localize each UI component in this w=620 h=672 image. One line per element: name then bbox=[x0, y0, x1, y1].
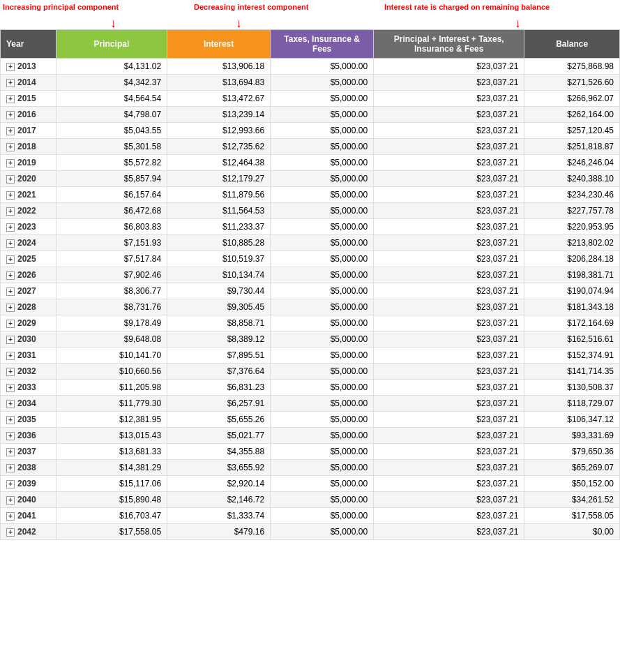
pitia-cell: $23,037.21 bbox=[374, 396, 524, 412]
pitia-cell: $23,037.21 bbox=[374, 251, 524, 267]
taxes-cell: $5,000.00 bbox=[271, 476, 374, 492]
balance-cell: $17,558.05 bbox=[524, 508, 620, 524]
table-row: +2027$8,306.77$9,730.44$5,000.00$23,037.… bbox=[1, 283, 620, 299]
year-cell: +2036 bbox=[1, 428, 56, 444]
pitia-cell: $23,037.21 bbox=[374, 476, 524, 492]
year-cell: +2035 bbox=[1, 412, 56, 428]
expand-icon[interactable]: + bbox=[6, 255, 15, 264]
table-row: +2033$11,205.98$6,831.23$5,000.00$23,037… bbox=[1, 380, 620, 396]
expand-icon[interactable]: + bbox=[6, 528, 15, 537]
year-cell: +2034 bbox=[1, 396, 56, 412]
year-cell: +2015 bbox=[1, 91, 56, 107]
expand-icon[interactable]: + bbox=[6, 143, 15, 151]
taxes-cell: $5,000.00 bbox=[271, 396, 374, 412]
table-row: +2018$5,301.58$12,735.62$5,000.00$23,037… bbox=[1, 139, 620, 155]
interest-cell: $7,376.64 bbox=[167, 364, 271, 380]
pitia-cell: $23,037.21 bbox=[374, 139, 524, 155]
expand-icon[interactable]: + bbox=[6, 127, 15, 135]
taxes-cell: $5,000.00 bbox=[271, 251, 374, 267]
interest-cell: $2,146.72 bbox=[167, 492, 271, 508]
taxes-cell: $5,000.00 bbox=[271, 364, 374, 380]
balance-cell: $0.00 bbox=[524, 524, 620, 540]
table-row: +2037$13,681.33$4,355.88$5,000.00$23,037… bbox=[1, 444, 620, 460]
table-row: +2041$16,703.47$1,333.74$5,000.00$23,037… bbox=[1, 508, 620, 524]
interest-cell: $2,920.14 bbox=[167, 476, 271, 492]
pitia-cell: $23,037.21 bbox=[374, 75, 524, 91]
taxes-cell: $5,000.00 bbox=[271, 524, 374, 540]
interest-cell: $8,858.71 bbox=[167, 315, 271, 331]
expand-icon[interactable]: + bbox=[6, 304, 15, 312]
balance-cell: $234,230.46 bbox=[524, 187, 620, 203]
expand-icon[interactable]: + bbox=[6, 175, 15, 184]
expand-icon[interactable]: + bbox=[6, 400, 15, 408]
principal-cell: $10,660.56 bbox=[56, 364, 167, 380]
expand-icon[interactable]: + bbox=[6, 384, 15, 392]
table-row: +2028$8,731.76$9,305.45$5,000.00$23,037.… bbox=[1, 299, 620, 315]
balance-cell: $118,729.07 bbox=[524, 396, 620, 412]
expand-icon[interactable]: + bbox=[6, 271, 15, 280]
taxes-cell: $5,000.00 bbox=[271, 492, 374, 508]
interest-cell: $3,655.92 bbox=[167, 460, 271, 476]
expand-icon[interactable]: + bbox=[6, 448, 15, 456]
expand-icon[interactable]: + bbox=[6, 207, 15, 216]
table-row: +2030$9,648.08$8,389.12$5,000.00$23,037.… bbox=[1, 331, 620, 348]
expand-icon[interactable]: + bbox=[6, 352, 15, 360]
table-row: +2014$4,342.37$13,694.83$5,000.00$23,037… bbox=[1, 75, 620, 91]
interest-cell: $13,472.67 bbox=[167, 91, 271, 107]
balance-cell: $213,802.02 bbox=[524, 235, 620, 251]
expand-icon[interactable]: + bbox=[6, 464, 15, 472]
balance-cell: $220,953.95 bbox=[524, 219, 620, 235]
taxes-cell: $5,000.00 bbox=[271, 348, 374, 364]
table-row: +2020$5,857.94$12,179.27$5,000.00$23,037… bbox=[1, 171, 620, 187]
expand-icon[interactable]: + bbox=[6, 95, 15, 103]
table-row: +2034$11,779.30$6,257.91$5,000.00$23,037… bbox=[1, 396, 620, 412]
principal-cell: $8,731.76 bbox=[56, 299, 167, 315]
principal-cell: $4,564.54 bbox=[56, 91, 167, 107]
expand-icon[interactable]: + bbox=[6, 416, 15, 424]
expand-icon[interactable]: + bbox=[6, 288, 15, 296]
balance-cell: $275,868.98 bbox=[524, 59, 620, 75]
balance-cell: $262,164.00 bbox=[524, 107, 620, 123]
balance-cell: $206,284.18 bbox=[524, 251, 620, 267]
principal-cell: $6,472.68 bbox=[56, 203, 167, 219]
table-row: +2019$5,572.82$12,464.38$5,000.00$23,037… bbox=[1, 155, 620, 171]
expand-icon[interactable]: + bbox=[6, 159, 15, 167]
taxes-cell: $5,000.00 bbox=[271, 155, 374, 171]
interest-cell: $12,179.27 bbox=[167, 171, 271, 187]
year-cell: +2037 bbox=[1, 444, 56, 460]
expand-icon[interactable]: + bbox=[6, 432, 15, 440]
balance-cell: $198,381.71 bbox=[524, 267, 620, 283]
expand-icon[interactable]: + bbox=[6, 512, 15, 521]
year-cell: +2038 bbox=[1, 460, 56, 476]
expand-icon[interactable]: + bbox=[6, 191, 15, 200]
taxes-cell: $5,000.00 bbox=[271, 299, 374, 315]
interest-cell: $13,694.83 bbox=[167, 75, 271, 91]
interest-cell: $8,389.12 bbox=[167, 331, 271, 348]
taxes-cell: $5,000.00 bbox=[271, 59, 374, 75]
year-cell: +2041 bbox=[1, 508, 56, 524]
year-cell: +2019 bbox=[1, 155, 56, 171]
expand-icon[interactable]: + bbox=[6, 336, 15, 344]
principal-cell: $11,779.30 bbox=[56, 396, 167, 412]
expand-icon[interactable]: + bbox=[6, 320, 15, 328]
expand-icon[interactable]: + bbox=[6, 239, 15, 248]
expand-icon[interactable]: + bbox=[6, 79, 15, 87]
expand-icon[interactable]: + bbox=[6, 223, 15, 232]
balance-cell: $271,526.60 bbox=[524, 75, 620, 91]
principal-cell: $5,572.82 bbox=[56, 155, 167, 171]
interest-cell: $10,885.28 bbox=[167, 235, 271, 251]
balance-cell: $240,388.10 bbox=[524, 171, 620, 187]
principal-cell: $4,342.37 bbox=[56, 75, 167, 91]
expand-icon[interactable]: + bbox=[6, 496, 15, 505]
interest-cell: $5,021.77 bbox=[167, 428, 271, 444]
interest-cell: $12,735.62 bbox=[167, 139, 271, 155]
expand-icon[interactable]: + bbox=[6, 63, 15, 71]
expand-icon[interactable]: + bbox=[6, 368, 15, 376]
expand-icon[interactable]: + bbox=[6, 480, 15, 488]
pitia-cell: $23,037.21 bbox=[374, 508, 524, 524]
expand-icon[interactable]: + bbox=[6, 111, 15, 119]
balance-cell: $190,074.94 bbox=[524, 283, 620, 299]
principal-cell: $15,117.06 bbox=[56, 476, 167, 492]
table-row: +2035$12,381.95$5,655.26$5,000.00$23,037… bbox=[1, 412, 620, 428]
year-cell: +2018 bbox=[1, 139, 56, 155]
